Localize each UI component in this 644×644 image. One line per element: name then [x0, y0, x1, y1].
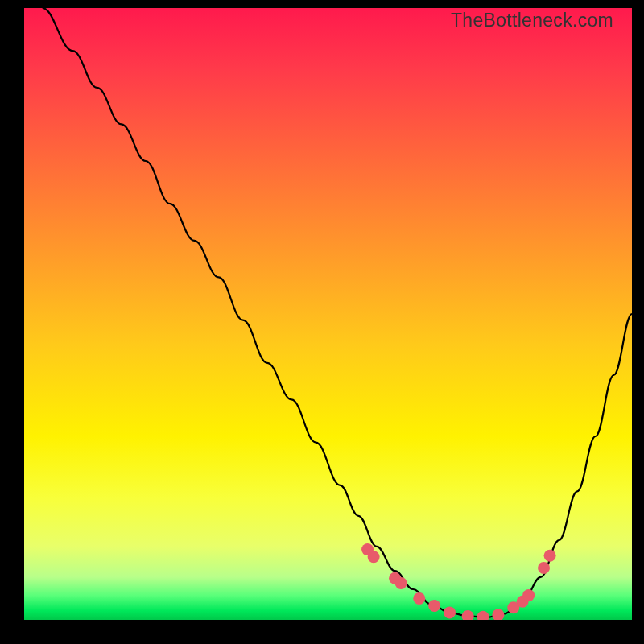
curve-markers: [361, 543, 556, 620]
data-point: [395, 577, 407, 589]
curve-line: [43, 8, 632, 617]
watermark-text: TheBottleneck.com: [451, 10, 613, 31]
data-point: [368, 551, 380, 563]
data-point: [538, 562, 550, 574]
data-point: [413, 592, 425, 605]
data-point: [477, 611, 489, 620]
data-point: [428, 600, 440, 612]
data-point: [522, 589, 535, 601]
data-point: [444, 606, 456, 618]
chart-svg: [24, 8, 632, 620]
data-point: [544, 550, 556, 562]
data-point: [462, 610, 474, 620]
data-point: [492, 609, 504, 620]
